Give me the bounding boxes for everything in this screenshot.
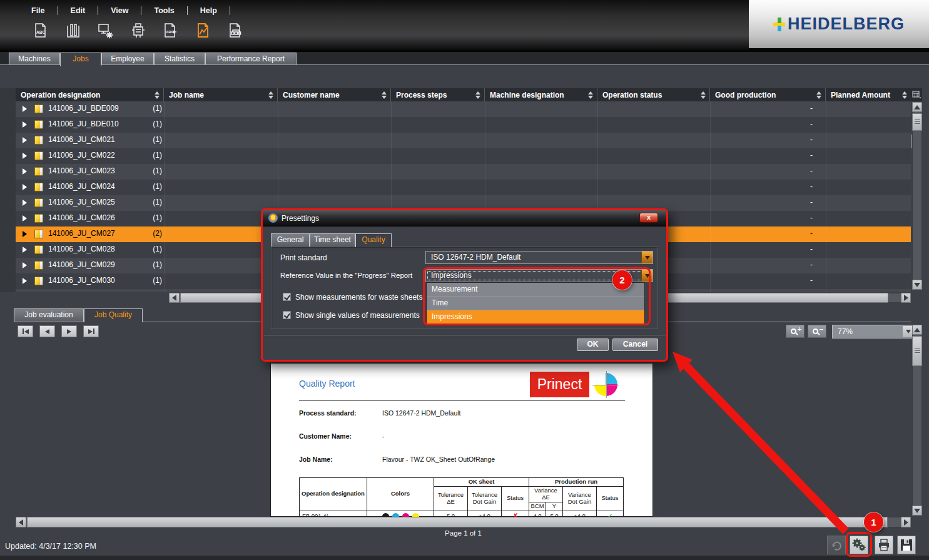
scroll-right-button[interactable]	[901, 293, 911, 303]
next-page-button[interactable]	[61, 325, 77, 337]
column-header-job-name[interactable]: Job name	[164, 88, 278, 101]
job-return-toolbar-button[interactable]: ABC	[161, 21, 180, 42]
expand-triangle-icon[interactable]	[23, 168, 27, 175]
ok-button[interactable]: OK	[577, 339, 609, 351]
scroll-down-button[interactable]	[912, 280, 922, 290]
table-row[interactable]: 141006_JU_CM024(1)-	[16, 180, 911, 195]
table-row[interactable]: 141006_JU_CM023(1)-	[16, 164, 911, 180]
menu-file[interactable]: File	[28, 5, 49, 16]
zoom-out-button[interactable]	[808, 325, 826, 338]
sort-spinner-icon[interactable]	[588, 91, 594, 99]
process-flow-toolbar-button[interactable]	[226, 21, 245, 42]
dialog-tab-time-sheet[interactable]: Time sheet	[310, 233, 355, 247]
column-header-good-production[interactable]: Good production	[710, 88, 826, 101]
cancel-button[interactable]: Cancel	[612, 339, 658, 351]
tab-performance-report[interactable]: Performance Report	[205, 53, 297, 65]
menu-tools[interactable]: Tools	[150, 5, 178, 16]
machine-settings-toolbar-button[interactable]	[96, 21, 115, 42]
job-operation-name: 141006_JU_CM028	[48, 245, 115, 253]
expand-triangle-icon[interactable]	[23, 184, 27, 190]
job-document-toolbar-button[interactable]: ABC	[31, 21, 50, 42]
expand-triangle-icon[interactable]	[23, 247, 27, 253]
folder-icon	[34, 136, 43, 145]
heidelberg-plus-icon	[773, 16, 786, 33]
column-header-process-steps[interactable]: Process steps	[391, 88, 485, 101]
report-field-value: ISO 12647-2 HDM_Default	[382, 409, 460, 417]
scroll-right-button[interactable]	[901, 517, 911, 527]
dropdown-option-measurement[interactable]: Measurement	[427, 283, 644, 297]
last-page-button[interactable]	[83, 325, 99, 337]
previous-page-button[interactable]	[39, 325, 55, 337]
scroll-down-button[interactable]	[912, 506, 922, 516]
waste-sheets-checkbox[interactable]	[283, 293, 291, 301]
dropdown-option-time[interactable]: Time	[427, 297, 644, 310]
dialog-close-button[interactable]: x	[639, 213, 658, 223]
expand-triangle-icon[interactable]	[23, 106, 27, 112]
dialog-tab-quality[interactable]: Quality	[355, 233, 392, 247]
menu-edit[interactable]: Edit	[67, 5, 89, 16]
tab-machines[interactable]: Machines	[9, 53, 60, 65]
dialog-title-bar[interactable]: Presettings x	[263, 210, 666, 227]
scroll-up-button[interactable]	[912, 102, 922, 112]
menu-view[interactable]: View	[107, 5, 132, 16]
dropdown-option-impressions-highlighted[interactable]: Impressions	[427, 310, 644, 324]
single-values-checkbox[interactable]	[283, 311, 291, 319]
presettings-button[interactable]	[850, 536, 868, 554]
expand-triangle-icon[interactable]	[23, 231, 27, 237]
printer-icon	[876, 537, 891, 552]
table-vertical-scrollbar-thumb[interactable]	[912, 113, 922, 131]
folder-icon	[34, 151, 43, 160]
table-row[interactable]: 141006_JU_BDE009(1)-	[16, 101, 911, 117]
tab-employee[interactable]: Employee	[101, 53, 154, 65]
refresh-button[interactable]	[827, 536, 846, 554]
sort-spinner-icon[interactable]	[268, 91, 274, 99]
print-standard-dropdown-button[interactable]	[641, 252, 652, 263]
dialog-tab-general[interactable]: General	[271, 233, 310, 247]
expand-triangle-icon[interactable]	[23, 137, 27, 143]
print-button[interactable]	[875, 536, 893, 554]
column-header-machine-designation[interactable]: Machine designation	[485, 88, 597, 101]
expand-triangle-icon[interactable]	[23, 215, 27, 221]
preview-horizontal-scrollbar-thumb[interactable]	[27, 517, 888, 527]
tab-job-quality[interactable]: Job Quality	[84, 308, 143, 322]
sort-spinner-icon[interactable]	[701, 91, 706, 99]
expand-triangle-icon[interactable]	[23, 121, 27, 128]
sort-spinner-icon[interactable]	[155, 91, 160, 99]
column-config-button[interactable]	[911, 88, 922, 101]
menu-help[interactable]: Help	[196, 5, 221, 16]
quality-report-toolbar-button-active[interactable]	[194, 21, 213, 42]
print-standard-select[interactable]: ISO 12647-2 HDM_Default	[425, 251, 653, 264]
save-button[interactable]	[897, 536, 916, 554]
table-row[interactable]: 141006_JU_BDE010(1)-	[16, 117, 911, 133]
job-operation-name: 141006_JU_BDE009	[48, 104, 119, 113]
scroll-up-button[interactable]	[912, 325, 922, 335]
sort-spinner-icon[interactable]	[382, 91, 387, 99]
column-header-customer-name[interactable]: Customer name	[278, 88, 391, 101]
scroll-left-button[interactable]	[169, 293, 180, 303]
expand-triangle-icon[interactable]	[23, 262, 27, 268]
printing-unit-toolbar-button[interactable]	[64, 21, 83, 42]
first-page-button[interactable]	[18, 325, 33, 337]
preview-vertical-scrollbar-thumb[interactable]	[912, 336, 922, 366]
zoom-level-select[interactable]: 77%	[832, 325, 915, 339]
expand-triangle-icon[interactable]	[23, 200, 27, 206]
column-header-planned-amount[interactable]: Planned Amount	[826, 88, 911, 101]
reference-value-dropdown-button[interactable]	[641, 270, 652, 282]
job-count: (1)	[136, 151, 162, 160]
zoom-in-button[interactable]	[786, 325, 805, 338]
sort-spinner-icon[interactable]	[816, 91, 822, 99]
tab-statistics[interactable]: Statistics	[154, 53, 205, 65]
sort-spinner-icon[interactable]	[902, 91, 908, 99]
table-row[interactable]: 141006_JU_CM022(1)-	[16, 148, 911, 164]
expand-triangle-icon[interactable]	[23, 153, 27, 159]
column-header-operation-status[interactable]: Operation status	[597, 88, 710, 101]
table-row[interactable]: 141006_JU_CM021(1)-	[16, 133, 911, 148]
scroll-left-button[interactable]	[16, 517, 26, 527]
column-header-operation-designation[interactable]: Operation designation	[16, 88, 164, 101]
sort-spinner-icon[interactable]	[475, 91, 481, 99]
press-machine-toolbar-button[interactable]	[129, 21, 148, 42]
expand-triangle-icon[interactable]	[23, 278, 27, 284]
column-divider	[826, 101, 826, 292]
tab-job-evaluation[interactable]: Job evaluation	[14, 308, 84, 322]
tab-jobs[interactable]: Jobs	[60, 53, 101, 66]
